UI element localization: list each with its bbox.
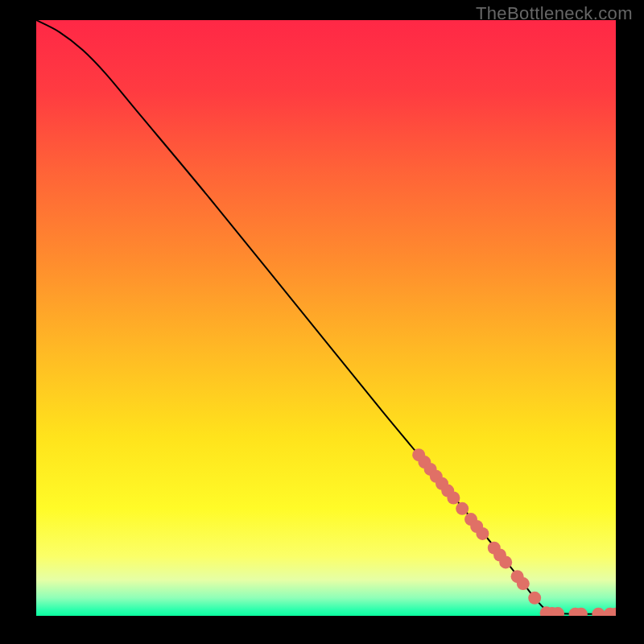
plot-area	[36, 20, 616, 616]
gradient-background	[36, 20, 616, 616]
attribution-text: TheBottleneck.com	[476, 3, 633, 24]
data-marker	[528, 592, 541, 605]
data-marker	[447, 491, 460, 504]
data-marker	[517, 577, 530, 590]
data-marker	[499, 555, 512, 568]
data-marker	[476, 527, 489, 540]
chart-frame: TheBottleneck.com	[0, 0, 644, 644]
chart-svg	[36, 20, 616, 616]
data-marker	[456, 502, 469, 515]
